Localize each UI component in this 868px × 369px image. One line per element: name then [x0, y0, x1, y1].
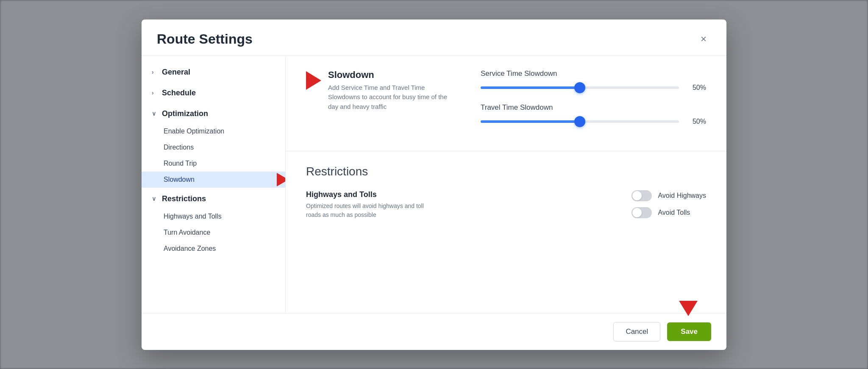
service-time-thumb[interactable] [574, 82, 585, 93]
sidebar: › General › Schedule ∨ Optimization [142, 56, 286, 313]
sidebar-section-label-restrictions: Restrictions [162, 194, 206, 203]
travel-time-label: Travel Time Slowdown [481, 103, 706, 112]
service-time-track[interactable] [481, 86, 679, 89]
sidebar-arrow-icon [277, 173, 286, 186]
avoid-highways-knob [632, 191, 642, 200]
chevron-right-icon: › [152, 69, 159, 75]
highways-tolls-toggles: Avoid Highways Avoid Tolls [632, 190, 706, 218]
highways-tolls-group: Highways and Tolls Optimized routes will… [306, 190, 706, 219]
sidebar-section-label-general: General [162, 68, 190, 77]
avoid-highways-row: Avoid Highways [632, 190, 706, 201]
sidebar-section-general: › General [142, 63, 285, 82]
close-button[interactable]: × [696, 31, 711, 47]
sidebar-item-enable-optimization[interactable]: Enable Optimization [142, 123, 285, 139]
sidebar-item-round-trip[interactable]: Round Trip [142, 155, 285, 172]
service-time-label: Service Time Slowdown [481, 69, 706, 78]
travel-time-thumb[interactable] [574, 116, 585, 127]
sidebar-section-schedule: › Schedule [142, 83, 285, 103]
sidebar-section-header-restrictions[interactable]: ∨ Restrictions [142, 189, 285, 208]
sidebar-item-highways-tolls[interactable]: Highways and Tolls [142, 208, 285, 225]
avoid-tolls-row: Avoid Tolls [632, 207, 706, 218]
travel-time-track[interactable] [481, 120, 679, 123]
content-area: Slowdown Add Service Time and Travel Tim… [286, 56, 726, 313]
sidebar-item-avoidance-zones[interactable]: Avoidance Zones [142, 241, 285, 257]
travel-time-fill [481, 120, 580, 123]
modal-header: Route Settings × [142, 19, 726, 56]
sidebar-section-restrictions: ∨ Restrictions Highways and Tolls Turn A… [142, 189, 285, 257]
highways-tolls-desc: Optimized routes will avoid highways and… [306, 202, 433, 219]
route-settings-modal: Route Settings × › General › Schedu [142, 19, 726, 350]
chevron-down-icon-optimization: ∨ [152, 110, 159, 117]
red-arrow-right-icon [306, 71, 321, 90]
avoid-highways-toggle[interactable] [632, 190, 652, 201]
slowdown-section: Slowdown Add Service Time and Travel Tim… [286, 56, 726, 151]
sidebar-section-label-optimization: Optimization [162, 109, 208, 118]
sidebar-section-header-general[interactable]: › General [142, 63, 285, 82]
service-time-fill [481, 86, 580, 89]
sidebar-section-label-schedule: Schedule [162, 89, 196, 97]
sidebar-item-turn-avoidance[interactable]: Turn Avoidance [142, 225, 285, 241]
restrictions-section-title: Restrictions [306, 165, 706, 178]
modal-title: Route Settings [157, 31, 253, 47]
highways-tolls-row: Highways and Tolls Optimized routes will… [306, 190, 706, 219]
save-button[interactable]: Save [667, 322, 711, 341]
sidebar-section-optimization: ∨ Optimization Enable Optimization Direc… [142, 104, 285, 188]
sidebar-item-slowdown[interactable]: Slowdown [142, 172, 285, 188]
sidebar-section-header-schedule[interactable]: › Schedule [142, 83, 285, 103]
highways-tolls-info: Highways and Tolls Optimized routes will… [306, 190, 433, 219]
slowdown-description: Add Service Time and Travel Time Slowdow… [328, 83, 455, 112]
sliders-area: Service Time Slowdown 50% [481, 69, 706, 137]
service-time-slider-group: Service Time Slowdown 50% [481, 69, 706, 92]
sidebar-section-header-optimization[interactable]: ∨ Optimization [142, 104, 285, 123]
chevron-down-icon-restrictions: ∨ [152, 195, 159, 202]
chevron-right-icon-schedule: › [152, 89, 159, 96]
avoid-tolls-knob [632, 208, 642, 217]
avoid-tolls-label: Avoid Tolls [658, 209, 690, 216]
restrictions-section: Restrictions Highways and Tolls Optimize… [286, 151, 726, 245]
sidebar-item-directions[interactable]: Directions [142, 139, 285, 155]
slowdown-title: Slowdown [328, 69, 455, 80]
travel-time-value: 50% [686, 118, 706, 125]
service-time-slider-row: 50% [481, 84, 706, 92]
avoid-tolls-toggle[interactable] [632, 207, 652, 218]
arrow-container-slowdown: Slowdown [142, 172, 285, 188]
highways-tolls-name: Highways and Tolls [306, 190, 433, 199]
red-arrow-down-icon [679, 301, 698, 316]
slowdown-info: Slowdown Add Service Time and Travel Tim… [328, 69, 455, 112]
travel-time-slider-group: Travel Time Slowdown 50% [481, 103, 706, 125]
cancel-button[interactable]: Cancel [613, 322, 660, 341]
service-time-value: 50% [686, 84, 706, 92]
travel-time-slider-row: 50% [481, 118, 706, 125]
avoid-highways-label: Avoid Highways [658, 192, 706, 200]
modal-footer: Cancel Save [142, 313, 726, 350]
modal-body: › General › Schedule ∨ Optimization [142, 56, 726, 313]
